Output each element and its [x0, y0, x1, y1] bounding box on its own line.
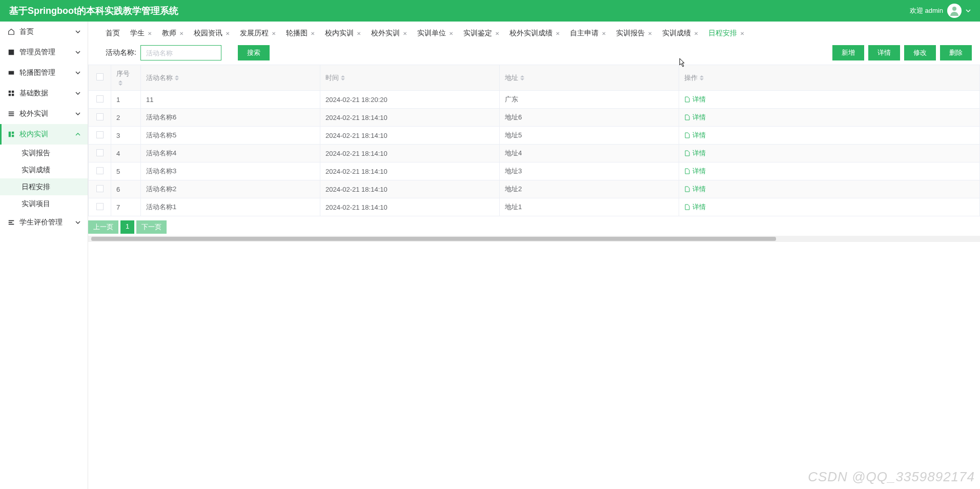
close-icon[interactable]: ✕: [694, 31, 698, 36]
sidebar-item-eval[interactable]: 学生评价管理: [0, 212, 88, 233]
col-name[interactable]: 活动名称: [141, 65, 320, 91]
scrollbar-thumb[interactable]: [91, 237, 776, 241]
tab[interactable]: 校园资讯✕: [194, 27, 230, 40]
tab[interactable]: 自主申请✕: [570, 27, 606, 40]
close-icon[interactable]: ✕: [357, 31, 361, 36]
row-detail-link[interactable]: 详情: [684, 167, 706, 176]
prev-page-button[interactable]: 上一页: [88, 220, 118, 234]
add-button[interactable]: 新增: [832, 45, 864, 60]
sidebar-item-internal[interactable]: 校内实训: [0, 124, 88, 145]
close-icon[interactable]: ✕: [311, 31, 315, 36]
document-icon: [684, 150, 690, 156]
col-time[interactable]: 时间: [320, 65, 500, 91]
document-icon: [684, 96, 690, 103]
close-icon[interactable]: ✕: [740, 31, 744, 36]
cell-name: 活动名称6: [141, 109, 320, 127]
horizontal-scrollbar[interactable]: [88, 236, 980, 242]
select-all-checkbox[interactable]: [96, 73, 104, 80]
row-detail-link[interactable]: 详情: [684, 131, 706, 140]
cell-addr: 地址6: [500, 109, 679, 127]
sidebar-item-home[interactable]: 首页: [0, 22, 88, 42]
search-button[interactable]: 搜索: [238, 45, 270, 60]
close-icon[interactable]: ✕: [179, 31, 183, 36]
close-icon[interactable]: ✕: [226, 31, 230, 36]
toolbar: 活动名称: 搜索 新增 详情 修改 删除: [88, 41, 980, 65]
row-detail-link[interactable]: 详情: [684, 202, 706, 212]
cell-time: 2024-02-21 18:14:10: [320, 109, 500, 127]
tab[interactable]: 实训报告✕: [616, 27, 652, 40]
row-checkbox[interactable]: [96, 167, 104, 174]
edit-button[interactable]: 修改: [904, 45, 936, 60]
next-page-button[interactable]: 下一页: [136, 220, 167, 234]
tab[interactable]: 校内实训✕: [325, 27, 361, 40]
tab[interactable]: 教师✕: [162, 27, 183, 40]
col-seq[interactable]: 序号: [111, 65, 141, 91]
cell-name: 活动名称1: [141, 198, 320, 216]
tab[interactable]: 日程安排✕: [708, 27, 744, 40]
sidebar-item-admin[interactable]: 管理员管理: [0, 42, 88, 63]
sidebar-subitem[interactable]: 实训成绩: [0, 161, 88, 178]
close-icon[interactable]: ✕: [648, 31, 652, 36]
sidebar-subitem[interactable]: 实训报告: [0, 145, 88, 161]
row-detail-link[interactable]: 详情: [684, 149, 706, 158]
col-addr[interactable]: 地址: [500, 65, 679, 91]
chevron-down-icon: [966, 8, 971, 13]
sidebar-item-label: 轮播图管理: [19, 68, 75, 77]
cell-addr: 地址2: [500, 180, 679, 198]
col-op[interactable]: 操作: [679, 65, 980, 91]
sidebar-subitem[interactable]: 日程安排: [0, 178, 88, 195]
document-icon: [684, 168, 690, 174]
cell-time: 2024-02-21 18:14:10: [320, 180, 500, 198]
detail-button[interactable]: 详情: [868, 45, 900, 60]
tab[interactable]: 轮播图✕: [286, 27, 315, 40]
sidebar-item-base[interactable]: 基础数据: [0, 83, 88, 104]
page-1-button[interactable]: 1: [120, 220, 134, 234]
sidebar-subitem[interactable]: 实训项目: [0, 195, 88, 212]
tab[interactable]: 实训单位✕: [417, 27, 453, 40]
row-detail-link[interactable]: 详情: [684, 185, 706, 194]
row-checkbox[interactable]: [96, 113, 104, 120]
header: 基于Springboot的本科实践教学管理系统 欢迎 admin: [0, 0, 980, 22]
tab[interactable]: 首页: [106, 27, 120, 40]
sort-icon: [118, 80, 122, 86]
close-icon[interactable]: ✕: [556, 31, 560, 36]
search-input[interactable]: [140, 45, 221, 60]
tab-label: 校内实训: [325, 29, 354, 38]
chevron-down-icon: [75, 91, 80, 96]
sidebar-item-external[interactable]: 校外实训: [0, 104, 88, 124]
row-detail-link[interactable]: 详情: [684, 113, 706, 122]
tab-label: 发展历程: [240, 29, 269, 38]
close-icon[interactable]: ✕: [602, 31, 606, 36]
tab[interactable]: 学生✕: [130, 27, 152, 40]
tab[interactable]: 实训鉴定✕: [463, 27, 499, 40]
chevron-up-icon: [75, 132, 80, 137]
close-icon[interactable]: ✕: [403, 31, 407, 36]
close-icon[interactable]: ✕: [272, 31, 276, 36]
svg-rect-10: [9, 132, 11, 137]
close-icon[interactable]: ✕: [495, 31, 499, 36]
chevron-down-icon: [75, 50, 80, 55]
row-checkbox[interactable]: [96, 95, 104, 103]
app-title: 基于Springboot的本科实践教学管理系统: [9, 5, 910, 17]
tab[interactable]: 校外实训成绩✕: [509, 27, 560, 40]
row-checkbox[interactable]: [96, 203, 104, 210]
cell-seq: 6: [111, 180, 141, 198]
row-checkbox[interactable]: [96, 185, 104, 192]
internal-icon: [7, 130, 15, 138]
delete-button[interactable]: 删除: [940, 45, 972, 60]
row-checkbox[interactable]: [96, 149, 104, 156]
tab[interactable]: 发展历程✕: [240, 27, 276, 40]
sidebar-item-carousel[interactable]: 轮播图管理: [0, 63, 88, 83]
svg-point-0: [952, 7, 956, 11]
tab[interactable]: 实训成绩✕: [662, 27, 698, 40]
chevron-down-icon: [75, 220, 80, 225]
chevron-down-icon: [75, 29, 80, 34]
close-icon[interactable]: ✕: [449, 31, 453, 36]
tab[interactable]: 校外实训✕: [371, 27, 407, 40]
sort-icon: [175, 75, 179, 80]
cell-seq: 4: [111, 145, 141, 162]
row-checkbox[interactable]: [96, 131, 104, 138]
row-detail-link[interactable]: 详情: [684, 95, 706, 104]
close-icon[interactable]: ✕: [148, 31, 152, 36]
user-menu[interactable]: 欢迎 admin: [910, 4, 971, 18]
